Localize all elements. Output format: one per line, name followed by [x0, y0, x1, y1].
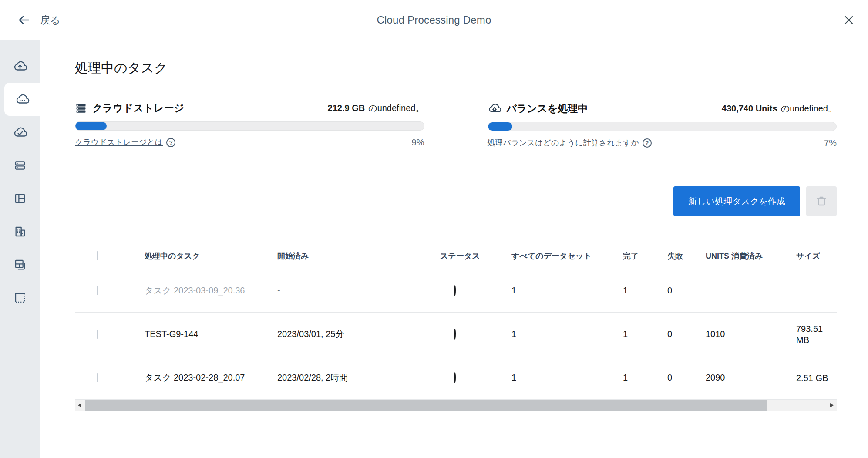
copy-window-icon — [13, 258, 27, 272]
task-failed: 0 — [667, 373, 706, 383]
task-completed: 1 — [623, 329, 667, 339]
server-stack-icon — [13, 158, 27, 172]
storage-usage-card: クラウドストレージ 212.9 GBのundefined。 クラウドストレージと… — [75, 101, 424, 148]
sidebar-item-storage[interactable] — [0, 149, 40, 182]
page-title: 処理中のタスク — [75, 59, 837, 77]
task-name: タスク 2023-03-09_20.36 — [145, 285, 277, 296]
cloud-gear-icon — [488, 101, 501, 115]
sidebar-item-upload[interactable] — [0, 50, 40, 83]
task-failed: 0 — [667, 329, 706, 339]
storage-amount-suffix: のundefined。 — [368, 103, 424, 113]
task-name: タスク 2023-02-28_20.07 — [145, 372, 277, 384]
status-spinner-icon — [454, 285, 456, 296]
task-units: 2090 — [706, 373, 796, 383]
balance-amount: 430,740 Unitsのundefined。 — [722, 103, 837, 114]
balance-progress-bar — [488, 122, 837, 131]
col-header-datasets: すべてのデータセット — [511, 251, 623, 261]
delete-task-button[interactable] — [806, 186, 837, 216]
storage-help-link[interactable]: クラウドストレージとは ? — [75, 137, 175, 148]
storage-stack-icon — [75, 102, 87, 114]
col-header-status: ステータス — [440, 251, 511, 261]
balance-usage-card: バランスを処理中 430,740 Unitsのundefined。 処理バランス… — [488, 101, 837, 148]
cloud-upload-icon — [13, 59, 27, 74]
close-button[interactable] — [844, 0, 854, 40]
trash-icon — [815, 195, 828, 208]
storage-percent: 9% — [412, 138, 424, 148]
task-size: 793.51 MB — [796, 323, 837, 346]
col-header-task: 処理中のタスク — [145, 251, 277, 261]
main-content: 処理中のタスク クラウドストレージ — [40, 40, 868, 458]
building-icon — [13, 225, 27, 239]
task-started: 2023/02/28, 2時間 — [277, 372, 440, 384]
balance-help-link[interactable]: 処理バランスはどのように計算されますか ? — [488, 138, 652, 148]
window-title: Cloud Processing Demo — [377, 14, 491, 26]
horizontal-scrollbar[interactable] — [75, 400, 837, 411]
sidebar-item-layout[interactable] — [0, 182, 40, 215]
storage-card-title: クラウドストレージ — [92, 101, 184, 115]
storage-progress-fill — [75, 122, 107, 130]
balance-percent: 7% — [824, 138, 837, 148]
balance-card-title: バランスを処理中 — [507, 102, 588, 115]
task-datasets: 1 — [511, 329, 623, 339]
selection-area-icon — [13, 291, 27, 305]
col-header-size: サイズ — [796, 251, 837, 261]
question-circle-icon[interactable]: ? — [643, 138, 652, 148]
back-button[interactable]: 戻る — [17, 0, 61, 40]
table-row[interactable]: TEST-G9-144 2023/03/01, 25分 1 1 0 1010 7… — [75, 313, 837, 356]
row-checkbox[interactable] — [97, 330, 98, 339]
arrow-left-icon — [17, 14, 30, 26]
task-datasets: 1 — [511, 373, 623, 383]
storage-amount: 212.9 GBのundefined。 — [328, 102, 424, 114]
col-header-started: 開始済み — [277, 251, 440, 261]
balance-amount-value: 430,740 Units — [722, 104, 777, 113]
sidebar-item-selection[interactable] — [0, 281, 40, 314]
status-spinner-icon — [454, 372, 456, 383]
balance-progress-fill — [488, 122, 512, 131]
scroll-left-arrow-icon[interactable] — [75, 400, 84, 411]
task-started: 2023/03/01, 25分 — [277, 328, 440, 340]
table-row[interactable]: タスク 2023-02-28_20.07 2023/02/28, 2時間 1 1… — [75, 356, 837, 400]
question-circle-icon[interactable]: ? — [166, 138, 175, 147]
cloud-processing-icon — [15, 92, 30, 107]
task-failed: 0 — [667, 286, 706, 296]
task-units: 1010 — [706, 329, 796, 339]
create-task-button[interactable]: 新しい処理タスクを作成 — [673, 186, 800, 216]
col-header-completed: 完了 — [623, 251, 667, 261]
status-spinner-icon — [454, 328, 456, 340]
tasks-table: 処理中のタスク 開始済み ステータス すべてのデータセット 完了 失敗 UNIT… — [75, 243, 837, 400]
sidebar-item-completed[interactable] — [0, 116, 40, 149]
task-name: TEST-G9-144 — [145, 329, 277, 339]
storage-help-link-label: クラウドストレージとは — [75, 137, 163, 148]
col-header-failed: 失敗 — [667, 251, 706, 261]
task-datasets: 1 — [511, 286, 623, 296]
row-checkbox[interactable] — [97, 373, 98, 382]
sidebar-item-duplicates[interactable] — [0, 248, 40, 281]
balance-help-link-label: 処理バランスはどのように計算されますか — [488, 138, 639, 148]
close-icon — [844, 15, 854, 25]
window-header: 戻る Cloud Processing Demo — [0, 0, 868, 40]
task-size: 2.51 GB — [796, 372, 837, 384]
task-started: - — [277, 286, 440, 296]
scroll-right-arrow-icon[interactable] — [827, 400, 837, 411]
scrollbar-thumb[interactable] — [85, 400, 767, 411]
back-label: 戻る — [40, 13, 61, 27]
task-completed: 1 — [623, 286, 667, 296]
task-completed: 1 — [623, 373, 667, 383]
sidebar — [0, 40, 40, 458]
table-row[interactable]: タスク 2023-03-09_20.36 - 1 1 0 — [75, 269, 837, 313]
storage-progress-bar — [75, 121, 424, 131]
cloud-done-icon — [13, 125, 27, 140]
table-header-row: 処理中のタスク 開始済み ステータス すべてのデータセット 完了 失敗 UNIT… — [75, 243, 837, 269]
storage-amount-value: 212.9 GB — [328, 103, 365, 113]
row-checkbox[interactable] — [97, 286, 98, 295]
layout-icon — [13, 192, 27, 205]
col-header-units: UNITS 消費済み — [706, 251, 796, 261]
sidebar-item-processing[interactable] — [4, 83, 40, 116]
balance-amount-suffix: のundefined。 — [781, 104, 837, 113]
sidebar-item-organization[interactable] — [0, 215, 40, 248]
select-all-checkbox[interactable] — [97, 251, 98, 260]
